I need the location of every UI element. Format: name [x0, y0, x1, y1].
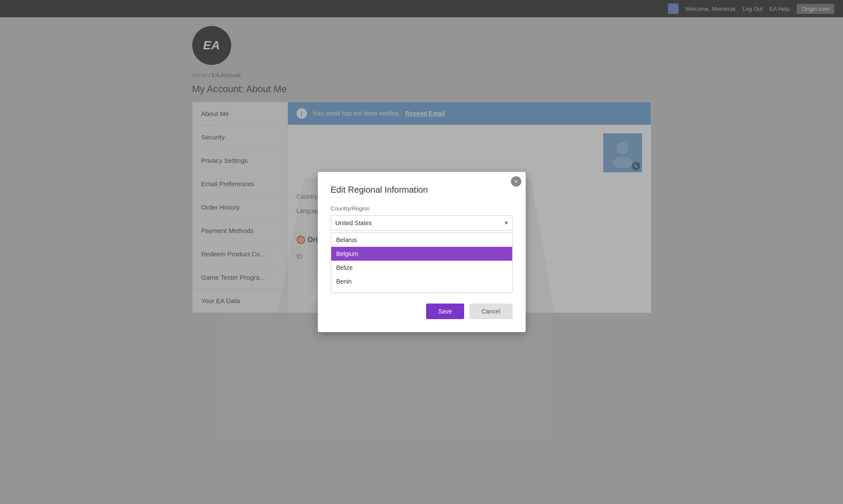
modal-title: Edit Regional Information — [331, 185, 513, 195]
dropdown-item-belarus[interactable]: Belarus — [331, 233, 512, 247]
country-select-display[interactable]: United States — [331, 215, 513, 231]
cancel-button[interactable]: Cancel — [469, 304, 513, 319]
modal-overlay[interactable]: × Edit Regional Information Country/Regi… — [0, 0, 843, 504]
country-select-container: United States ▼ — [331, 215, 513, 231]
save-button[interactable]: Save — [426, 304, 464, 319]
country-dropdown-list: Belarus Belgium Belize Benin Bermuda Bhu… — [331, 233, 513, 293]
country-region-field: Country/Region United States ▼ Belarus B… — [331, 205, 513, 293]
dropdown-item-belize[interactable]: Belize — [331, 261, 512, 275]
edit-regional-modal: × Edit Regional Information Country/Regi… — [318, 172, 526, 332]
selected-country-text: United States — [336, 220, 372, 226]
modal-buttons: Save Cancel — [331, 304, 513, 319]
modal-close-button[interactable]: × — [511, 176, 521, 187]
country-region-label: Country/Region — [331, 205, 513, 212]
dropdown-item-belgium[interactable]: Belgium — [331, 247, 512, 261]
dropdown-item-bermuda[interactable]: Bermuda — [331, 288, 512, 293]
dropdown-item-benin[interactable]: Benin — [331, 275, 512, 288]
